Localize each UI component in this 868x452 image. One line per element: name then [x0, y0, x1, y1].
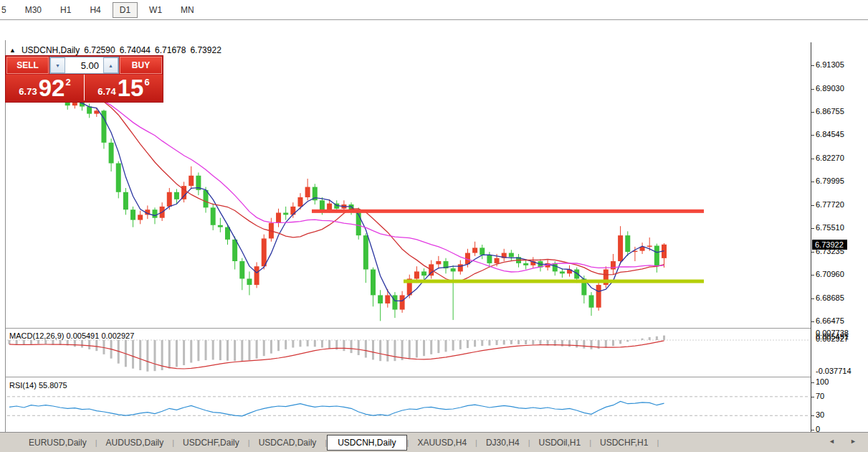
- candle-wick: [292, 202, 293, 218]
- candle-body: [204, 190, 209, 207]
- macd-histogram-bar: [44, 340, 47, 344]
- rsi-axis-tick: [811, 430, 814, 430]
- candle-body: [509, 253, 514, 258]
- candle-body: [211, 207, 216, 225]
- rsi-indicator-label: RSI(14) 55.8075: [9, 381, 67, 390]
- candle-wick: [103, 110, 104, 149]
- macd-histogram-bar: [226, 340, 229, 361]
- volume-input[interactable]: 5.00: [65, 57, 103, 73]
- timeframe-m30[interactable]: M30: [18, 2, 49, 18]
- sell-price-button[interactable]: 6.73 92 2: [6, 75, 85, 100]
- macd-histogram-bar: [110, 340, 113, 359]
- timeframe-h1[interactable]: H1: [53, 2, 78, 18]
- buy-price-pip: 6: [144, 77, 149, 88]
- candle-body: [625, 235, 630, 252]
- candle-body: [138, 215, 143, 220]
- candle-body: [480, 248, 485, 255]
- macd-histogram-bar: [161, 340, 163, 370]
- macd-histogram-bar: [248, 340, 250, 360]
- tab-scroll-left-icon[interactable]: ◄: [829, 438, 835, 445]
- macd-histogram-bar: [212, 340, 214, 359]
- candle-wick: [162, 202, 163, 221]
- candle-wick: [271, 218, 272, 242]
- slow-ma-line: [9, 90, 664, 272]
- timeframe-w1[interactable]: W1: [142, 2, 169, 18]
- price-axis-tick: [811, 228, 814, 229]
- macd-histogram-bar: [576, 340, 578, 348]
- candle-wick: [387, 289, 388, 308]
- chart-tab-xauusd-h4[interactable]: XAUUSD,H4: [409, 435, 475, 450]
- chart-tab-usdchf-daily[interactable]: USDCHF,Daily: [174, 435, 248, 450]
- candle-wick: [213, 204, 214, 230]
- candle-wick: [257, 262, 257, 288]
- macd-histogram-bar: [591, 340, 593, 349]
- macd-histogram-bar: [314, 340, 316, 347]
- candle-wick: [620, 226, 621, 264]
- tab-scroll-right-icon[interactable]: ►: [850, 438, 857, 445]
- candle-wick: [591, 292, 592, 316]
- price-axis-label: 6.68685: [816, 293, 844, 302]
- candle-body: [225, 227, 230, 240]
- chart-tab-usdcad-daily[interactable]: USDCAD,Daily: [250, 435, 325, 450]
- candle-wick: [525, 259, 526, 269]
- price-axis-border: [811, 42, 811, 434]
- candle-wick: [627, 231, 628, 255]
- macd-histogram-bar: [539, 340, 541, 345]
- buy-price-button[interactable]: 6.74 15 6: [85, 75, 163, 100]
- price-axis-tick: [811, 182, 814, 182]
- timeframe-h4[interactable]: H4: [82, 2, 108, 18]
- buy-price-prefix: 6.74: [97, 86, 115, 97]
- chart-tab-usdoil-h1[interactable]: USDOil,H1: [530, 435, 589, 450]
- candle-wick: [576, 268, 577, 283]
- chart-tab-usdchf-h1[interactable]: USDCHF,H1: [591, 435, 657, 450]
- macd-histogram-bar: [401, 340, 404, 360]
- support-line[interactable]: [404, 280, 704, 283]
- candle-wick: [176, 189, 177, 204]
- candle-body: [596, 285, 601, 308]
- one-click-trading-panel: SELL ▼ 5.00 ▲ BUY 6.73 92 2: [6, 56, 163, 102]
- price-axis-tick: [811, 275, 814, 276]
- rsi-axis-label: 70: [816, 392, 824, 400]
- sell-button[interactable]: SELL: [6, 57, 49, 74]
- macd-histogram-bar: [437, 340, 439, 353]
- candle-body: [574, 270, 579, 279]
- candle-wick: [285, 207, 286, 220]
- macd-histogram-bar: [321, 340, 323, 348]
- macd-histogram-bar: [358, 340, 360, 355]
- macd-histogram-bar: [328, 340, 330, 349]
- macd-histogram-bar: [343, 340, 345, 351]
- macd-histogram-bar: [554, 340, 556, 346]
- candle-body: [181, 186, 186, 199]
- macd-histogram-bar: [496, 340, 498, 345]
- resistance-line[interactable]: [312, 209, 704, 213]
- macd-histogram-bar: [605, 340, 607, 348]
- macd-signal-line: [9, 341, 664, 369]
- volume-decrease-button[interactable]: ▼: [50, 57, 65, 73]
- chart-tab-audusd-daily[interactable]: AUDUSD,Daily: [97, 435, 173, 450]
- macd-histogram-bar: [445, 340, 447, 352]
- macd-histogram-bar: [52, 340, 54, 344]
- collapse-panel-icon[interactable]: ▲: [9, 47, 16, 54]
- macd-histogram-bar: [95, 340, 97, 351]
- candle-wick: [358, 207, 359, 240]
- chart-tab-usdcnh-daily[interactable]: USDCNH,Daily: [327, 435, 406, 451]
- macd-histogram-bar: [503, 340, 505, 344]
- candle-wick: [278, 209, 279, 227]
- chart-tab-eurusd-daily[interactable]: EURUSD,Daily: [20, 435, 95, 450]
- timeframe-5[interactable]: 5: [0, 2, 14, 18]
- macd-histogram-bar: [190, 340, 192, 363]
- macd-histogram-bar: [30, 340, 32, 344]
- candle-wick: [300, 193, 301, 209]
- macd-histogram-bar: [394, 340, 396, 361]
- candle-wick: [649, 237, 650, 251]
- timeframe-d1[interactable]: D1: [113, 2, 138, 18]
- candle-body: [363, 235, 368, 269]
- chart-tab-dj30-h4[interactable]: DJ30,H4: [477, 435, 528, 450]
- candle-body: [349, 204, 354, 209]
- ohlc-close: 6.73922: [190, 45, 221, 55]
- volume-increase-button[interactable]: ▲: [103, 57, 118, 73]
- price-axis-label: 6.77720: [816, 200, 844, 209]
- chart-window: ▲ USDCNH,Daily 6.72590 6.74044 6.71678 6…: [0, 20, 868, 432]
- buy-button[interactable]: BUY: [120, 57, 162, 74]
- timeframe-mn[interactable]: MN: [173, 2, 201, 18]
